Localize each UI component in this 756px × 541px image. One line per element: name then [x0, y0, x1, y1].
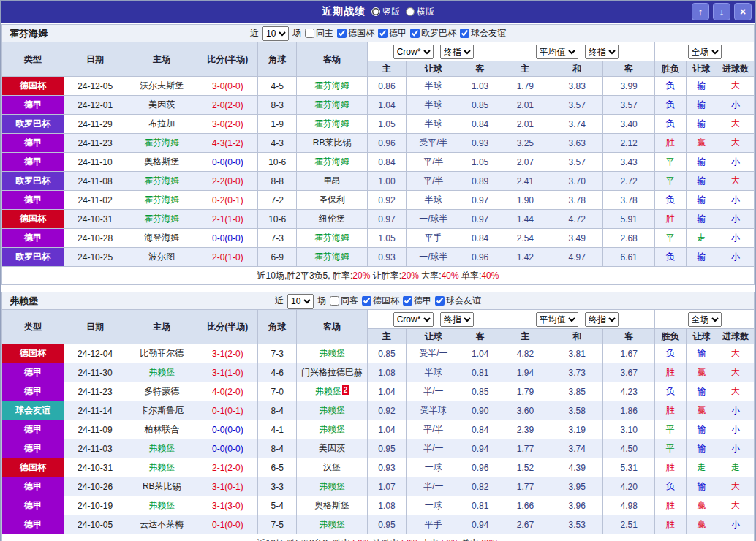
same-venue-checkbox[interactable]: 同主 [305, 27, 333, 39]
odds-value: 2.41 [499, 172, 551, 191]
away-team[interactable]: 弗赖堡2 [297, 382, 368, 401]
away-team[interactable]: 霍芬海姆 [296, 115, 367, 134]
type-badge: 球会友谊 [2, 401, 64, 420]
odds-value: 2.12 [603, 134, 655, 153]
league-checkbox[interactable]: 德甲 [403, 295, 431, 307]
home-team[interactable]: 比勒菲尔德 [126, 344, 197, 363]
away-team[interactable]: 里昂 [296, 172, 367, 191]
same-venue-checkbox-input[interactable] [305, 29, 314, 38]
odds-value: 1.04 [368, 382, 407, 401]
home-team[interactable]: 美因茨 [126, 96, 197, 115]
away-team[interactable]: 霍芬海姆 [296, 77, 367, 96]
league-checkbox-input[interactable] [435, 296, 445, 306]
home-team[interactable]: 柏林联合 [126, 420, 197, 439]
away-team[interactable]: 弗赖堡 [297, 401, 368, 420]
league-checkbox[interactable]: 德国杯 [362, 295, 399, 307]
handicap-value: 平/半 [406, 420, 461, 439]
view-vertical-radio-input[interactable] [371, 7, 380, 16]
bookmaker-select[interactable]: Crow* [393, 45, 434, 59]
home-team[interactable]: 海登海姆 [126, 229, 197, 248]
league-checkbox[interactable]: 球会友谊 [435, 295, 481, 307]
home-team[interactable]: 卡尔斯鲁厄 [126, 401, 197, 420]
league-checkbox-input[interactable] [410, 29, 420, 38]
table-row: 德甲24-10-05云达不莱梅0-1(0-0)7-5弗赖堡0.95平手0.942… [2, 515, 755, 534]
same-venue-checkbox[interactable]: 同客 [330, 295, 358, 307]
home-team[interactable]: 弗赖堡 [126, 496, 197, 515]
away-team[interactable]: 弗赖堡 [297, 344, 368, 363]
corner-score: 7-0 [258, 382, 297, 401]
home-team[interactable]: 沃尔夫斯堡 [126, 77, 197, 96]
home-team[interactable]: 弗赖堡 [126, 458, 197, 477]
away-team[interactable]: 圣保利 [296, 191, 367, 210]
away-team[interactable]: 弗赖堡 [297, 477, 368, 496]
home-team[interactable]: 多特蒙德 [126, 382, 197, 401]
home-team[interactable]: 弗赖堡 [126, 363, 197, 382]
league-checkbox[interactable]: 德甲 [378, 27, 407, 39]
odds-value: 2.07 [499, 153, 551, 172]
home-team[interactable]: 云达不莱梅 [126, 515, 197, 534]
view-vertical-radio[interactable]: 竖版 [371, 6, 400, 18]
move-down-button[interactable]: ↓ [713, 3, 730, 20]
league-checkbox[interactable]: 德国杯 [337, 27, 374, 39]
home-team[interactable]: 霍芬海姆 [126, 134, 197, 153]
away-team[interactable]: 弗赖堡 [297, 515, 368, 534]
home-team[interactable]: 奥格斯堡 [126, 153, 197, 172]
result-value: 赢 [686, 134, 717, 153]
home-team[interactable]: 霍芬海姆 [126, 172, 197, 191]
view-horizontal-radio[interactable]: 横版 [406, 6, 434, 18]
home-team[interactable]: 霍芬海姆 [126, 191, 197, 210]
result-value: 平 [655, 172, 687, 191]
away-team[interactable]: 霍芬海姆 [296, 153, 367, 172]
league-checkbox-input[interactable] [362, 296, 371, 306]
odds-value: 0.86 [368, 77, 407, 96]
odds-value: 3.78 [603, 191, 655, 210]
away-team[interactable]: 奥格斯堡 [297, 496, 368, 515]
europe-avg-select[interactable]: 平均值 [536, 45, 578, 59]
away-team[interactable]: RB莱比锡 [296, 134, 367, 153]
scope-select[interactable]: 全场 [688, 312, 722, 327]
league-checkbox-input[interactable] [378, 29, 388, 38]
corner-score: 7-2 [258, 191, 297, 210]
handicap-value: 平/半 [406, 172, 461, 191]
games-label: 场 [292, 27, 301, 39]
result-value: 小 [717, 96, 755, 115]
home-team[interactable]: 弗赖堡 [126, 439, 197, 458]
league-checkbox-input[interactable] [337, 29, 347, 38]
bookmaker-select[interactable]: Crow* [393, 312, 434, 327]
view-horizontal-radio-input[interactable] [406, 7, 415, 16]
away-team[interactable]: 汉堡 [297, 458, 368, 477]
away-team[interactable]: 纽伦堡 [296, 210, 367, 229]
same-venue-checkbox-input[interactable] [330, 296, 339, 306]
away-team[interactable]: 美因茨 [297, 439, 368, 458]
home-team[interactable]: 布拉加 [126, 115, 197, 134]
league-label: 德甲 [414, 295, 431, 307]
europe-time-select[interactable]: 终指 [585, 45, 619, 59]
europe-avg-select[interactable]: 平均值 [536, 312, 578, 327]
away-team[interactable]: 霍芬海姆 [296, 248, 367, 267]
home-team[interactable]: 波尔图 [126, 248, 197, 267]
close-button[interactable]: × [734, 3, 752, 20]
result-value: 大 [717, 382, 755, 401]
scope-select[interactable]: 全场 [688, 45, 722, 59]
home-team[interactable]: RB莱比锡 [126, 477, 197, 496]
away-team[interactable]: 霍芬海姆 [296, 229, 367, 248]
league-checkbox-input[interactable] [403, 296, 412, 306]
match-date: 24-10-31 [64, 210, 126, 229]
move-up-button[interactable]: ↑ [692, 3, 709, 20]
odds-value: 0.94 [461, 515, 499, 534]
league-checkbox[interactable]: 欧罗巴杯 [410, 27, 456, 39]
match-count-select[interactable]: 10 [287, 294, 314, 309]
match-count-select[interactable]: 10 [262, 26, 289, 41]
home-team[interactable]: 霍芬海姆 [126, 210, 197, 229]
away-team[interactable]: 霍芬海姆 [296, 96, 367, 115]
asian-time-select[interactable]: 终指 [440, 312, 474, 327]
league-checkbox[interactable]: 球会友谊 [460, 27, 506, 39]
away-team[interactable]: 弗赖堡 [297, 420, 368, 439]
away-team-name: 圣保利 [319, 194, 345, 205]
league-checkbox-input[interactable] [460, 29, 469, 38]
away-team[interactable]: 门兴格拉德巴赫 [297, 363, 368, 382]
odds-value: 1.03 [461, 77, 499, 96]
europe-time-select[interactable]: 终指 [585, 312, 619, 327]
result-value: 小 [717, 420, 755, 439]
asian-time-select[interactable]: 终指 [440, 45, 474, 59]
